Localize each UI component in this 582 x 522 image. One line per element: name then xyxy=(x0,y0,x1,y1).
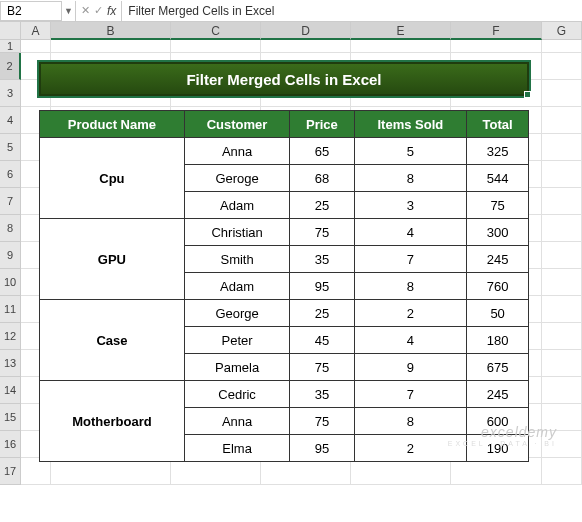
selection-handle[interactable] xyxy=(524,91,531,98)
formula-input[interactable]: Filter Merged Cells in Excel xyxy=(122,2,582,20)
fx-icon[interactable]: fx xyxy=(107,4,116,18)
name-box-dropdown-icon[interactable]: ▼ xyxy=(62,1,76,21)
row-header-14[interactable]: 14 xyxy=(0,377,21,404)
cell-customer[interactable]: Cedric xyxy=(184,381,290,408)
cell-items[interactable]: 7 xyxy=(354,246,467,273)
cell-customer[interactable]: Geroge xyxy=(184,165,290,192)
row-header-7[interactable]: 7 xyxy=(0,188,21,215)
row-header-13[interactable]: 13 xyxy=(0,350,21,377)
cell-price[interactable]: 25 xyxy=(290,300,354,327)
table-header[interactable]: Customer xyxy=(184,111,290,138)
cell-price[interactable]: 35 xyxy=(290,246,354,273)
watermark: exceldemy EXCEL · DATA · BI xyxy=(448,424,557,447)
title-text: Filter Merged Cells in Excel xyxy=(186,71,381,88)
watermark-main: exceldemy xyxy=(481,424,557,440)
cancel-icon[interactable]: ✕ xyxy=(81,4,90,17)
cell-customer[interactable]: Anna xyxy=(184,138,290,165)
cell-items[interactable]: 9 xyxy=(354,354,467,381)
cell-price[interactable]: 25 xyxy=(290,192,354,219)
product-cell[interactable]: Motherboard xyxy=(40,381,185,462)
col-header-E[interactable]: E xyxy=(351,22,451,40)
product-cell[interactable]: GPU xyxy=(40,219,185,300)
cell-price[interactable]: 75 xyxy=(290,354,354,381)
row-header-9[interactable]: 9 xyxy=(0,242,21,269)
cell-customer[interactable]: Peter xyxy=(184,327,290,354)
col-header-C[interactable]: C xyxy=(171,22,261,40)
title-banner[interactable]: Filter Merged Cells in Excel xyxy=(39,62,529,96)
col-header-B[interactable]: B xyxy=(51,22,171,40)
enter-icon[interactable]: ✓ xyxy=(94,4,103,17)
cell-customer[interactable]: George xyxy=(184,300,290,327)
row-header-16[interactable]: 16 xyxy=(0,431,21,458)
cell-items[interactable]: 8 xyxy=(354,165,467,192)
grid[interactable]: Filter Merged Cells in Excel Product Nam… xyxy=(21,40,582,485)
row-header-17[interactable]: 17 xyxy=(0,458,21,485)
cell-items[interactable]: 2 xyxy=(354,300,467,327)
cell-total[interactable]: 300 xyxy=(467,219,529,246)
select-all-corner[interactable] xyxy=(0,22,21,39)
cell-total[interactable]: 760 xyxy=(467,273,529,300)
cell-customer[interactable]: Pamela xyxy=(184,354,290,381)
cell-total[interactable]: 245 xyxy=(467,381,529,408)
cell-total[interactable]: 245 xyxy=(467,246,529,273)
row-headers: 1234567891011121314151617 xyxy=(0,40,21,485)
watermark-sub: EXCEL · DATA · BI xyxy=(448,440,557,447)
col-header-A[interactable]: A xyxy=(21,22,51,40)
cell-price[interactable]: 65 xyxy=(290,138,354,165)
cell-customer[interactable]: Anna xyxy=(184,408,290,435)
name-box[interactable]: B2 xyxy=(0,1,62,21)
cell-items[interactable]: 8 xyxy=(354,273,467,300)
cell-customer[interactable]: Adam xyxy=(184,273,290,300)
table-row[interactable]: CpuAnna655325 xyxy=(40,138,529,165)
data-table: Product NameCustomerPriceItems SoldTotal… xyxy=(39,110,529,462)
row-header-6[interactable]: 6 xyxy=(0,161,21,188)
col-header-G[interactable]: G xyxy=(542,22,582,40)
row-header-4[interactable]: 4 xyxy=(0,107,21,134)
cell-customer[interactable]: Elma xyxy=(184,435,290,462)
row-header-8[interactable]: 8 xyxy=(0,215,21,242)
cell-price[interactable]: 95 xyxy=(290,273,354,300)
cell-items[interactable]: 4 xyxy=(354,327,467,354)
row-header-10[interactable]: 10 xyxy=(0,269,21,296)
table-header[interactable]: Total xyxy=(467,111,529,138)
product-cell[interactable]: Case xyxy=(40,300,185,381)
cell-total[interactable]: 325 xyxy=(467,138,529,165)
row-header-12[interactable]: 12 xyxy=(0,323,21,350)
cell-total[interactable]: 50 xyxy=(467,300,529,327)
row-header-1[interactable]: 1 xyxy=(0,40,21,53)
row-header-5[interactable]: 5 xyxy=(0,134,21,161)
cell-price[interactable]: 95 xyxy=(290,435,354,462)
formula-bar: B2 ▼ ✕ ✓ fx Filter Merged Cells in Excel xyxy=(0,0,582,22)
cell-total[interactable]: 75 xyxy=(467,192,529,219)
table-header[interactable]: Items Sold xyxy=(354,111,467,138)
cell-customer[interactable]: Adam xyxy=(184,192,290,219)
table-row[interactable]: CaseGeorge25250 xyxy=(40,300,529,327)
cell-customer[interactable]: Smith xyxy=(184,246,290,273)
table-header[interactable]: Product Name xyxy=(40,111,185,138)
cell-price[interactable]: 75 xyxy=(290,219,354,246)
table-row[interactable]: MotherboardCedric357245 xyxy=(40,381,529,408)
col-header-F[interactable]: F xyxy=(451,22,542,40)
cell-items[interactable]: 4 xyxy=(354,219,467,246)
row-header-11[interactable]: 11 xyxy=(0,296,21,323)
row-header-2[interactable]: 2 xyxy=(0,53,21,80)
product-cell[interactable]: Cpu xyxy=(40,138,185,219)
cell-total[interactable]: 180 xyxy=(467,327,529,354)
cell-price[interactable]: 75 xyxy=(290,408,354,435)
row-header-15[interactable]: 15 xyxy=(0,404,21,431)
cell-total[interactable]: 675 xyxy=(467,354,529,381)
formula-controls: ✕ ✓ fx xyxy=(76,1,122,21)
cell-items[interactable]: 3 xyxy=(354,192,467,219)
cell-items[interactable]: 7 xyxy=(354,381,467,408)
cell-items[interactable]: 5 xyxy=(354,138,467,165)
cell-total[interactable]: 544 xyxy=(467,165,529,192)
cell-price[interactable]: 68 xyxy=(290,165,354,192)
col-header-D[interactable]: D xyxy=(261,22,351,40)
row-header-3[interactable]: 3 xyxy=(0,80,21,107)
cell-price[interactable]: 35 xyxy=(290,381,354,408)
cell-price[interactable]: 45 xyxy=(290,327,354,354)
cell-customer[interactable]: Christian xyxy=(184,219,290,246)
column-headers: ABCDEFG xyxy=(0,22,582,40)
table-row[interactable]: GPUChristian754300 xyxy=(40,219,529,246)
table-header[interactable]: Price xyxy=(290,111,354,138)
